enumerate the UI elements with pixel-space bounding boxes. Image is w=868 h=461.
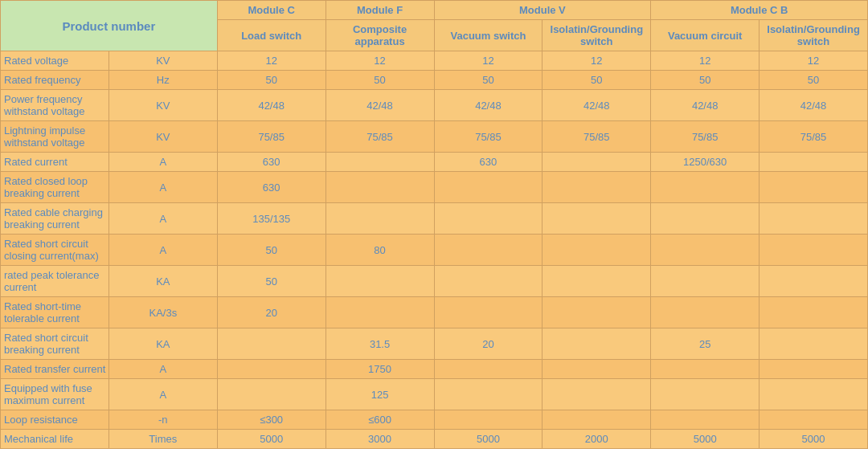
vacuum-switch-sub: Vacuum switch bbox=[434, 20, 542, 51]
modc-value: 20 bbox=[217, 297, 326, 328]
load-switch-sub: Load switch bbox=[217, 20, 326, 51]
modcb_v-value bbox=[651, 410, 760, 430]
modcb_v-value bbox=[651, 360, 760, 379]
modcb_i-value bbox=[760, 203, 868, 235]
table-row: Rated short-time tolerable currentKA/3s2… bbox=[1, 297, 868, 328]
table-row: Lightning impulse withstand voltageKV75/… bbox=[1, 121, 868, 153]
param-name-cell: Rated current bbox=[1, 153, 109, 172]
module_f-header: Module F bbox=[326, 1, 434, 20]
isolating-grounding-v-sub: Isolatin/Grounding switch bbox=[542, 20, 651, 51]
modv_i-value bbox=[542, 410, 651, 430]
unit-cell: Hz bbox=[108, 71, 217, 90]
modv_v-value bbox=[434, 297, 542, 328]
modv_v-value bbox=[434, 410, 542, 430]
modcb_i-value bbox=[760, 172, 868, 203]
modcb_v-value: 42/48 bbox=[651, 90, 760, 121]
param-name-cell: Lightning impulse withstand voltage bbox=[1, 121, 109, 153]
modf-value: 75/85 bbox=[326, 121, 434, 153]
table-row: Rated closed loop breaking currentA630 bbox=[1, 172, 868, 203]
modcb_i-value: 5000 bbox=[760, 430, 868, 449]
modcb_i-value bbox=[760, 379, 868, 410]
unit-cell: KV bbox=[108, 51, 217, 71]
table-row: Loop resistance-n≤300≤600 bbox=[1, 410, 868, 430]
modv_v-value: 20 bbox=[434, 328, 542, 360]
modv_i-value bbox=[542, 360, 651, 379]
unit-cell: Times bbox=[108, 430, 217, 449]
modv_i-value: 2000 bbox=[542, 430, 651, 449]
modcb_v-value: 12 bbox=[651, 51, 760, 71]
modc-value: ≤300 bbox=[217, 410, 326, 430]
unit-cell: KV bbox=[108, 90, 217, 121]
param-name-cell: Rated short-time tolerable current bbox=[1, 297, 109, 328]
product-number-header: Product number bbox=[1, 1, 218, 51]
modc-value: 75/85 bbox=[217, 121, 326, 153]
modf-value: 1750 bbox=[326, 360, 434, 379]
param-name-cell: Mechanical life bbox=[1, 430, 109, 449]
modc-value bbox=[217, 379, 326, 410]
modf-value: 50 bbox=[326, 71, 434, 90]
modcb_i-value bbox=[760, 153, 868, 172]
modv_i-value: 12 bbox=[542, 51, 651, 71]
module_v-header: Module V bbox=[434, 1, 651, 20]
param-name-cell: Rated short circuit breaking current bbox=[1, 328, 109, 360]
modcb_v-value: 75/85 bbox=[651, 121, 760, 153]
modcb_v-value bbox=[651, 266, 760, 297]
modc-value bbox=[217, 328, 326, 360]
modcb_v-value bbox=[651, 235, 760, 266]
table-row: Rated frequencyHz505050505050 bbox=[1, 71, 868, 90]
module_c-header: Module C bbox=[217, 1, 326, 20]
modcb_i-value bbox=[760, 410, 868, 430]
unit-cell: A bbox=[108, 379, 217, 410]
modv_i-value bbox=[542, 203, 651, 235]
modf-value bbox=[326, 266, 434, 297]
modcb_v-value: 25 bbox=[651, 328, 760, 360]
table-row: Rated short circuit closing current(max)… bbox=[1, 235, 868, 266]
modv_i-value bbox=[542, 266, 651, 297]
modv_i-value: 42/48 bbox=[542, 90, 651, 121]
modc-value: 12 bbox=[217, 51, 326, 71]
table-row: rated peak tolerance currentKA50 bbox=[1, 266, 868, 297]
modcb_v-value bbox=[651, 379, 760, 410]
modv_v-value bbox=[434, 360, 542, 379]
param-name-cell: Rated short circuit closing current(max) bbox=[1, 235, 109, 266]
table-row: Mechanical lifeTimes50003000500020005000… bbox=[1, 430, 868, 449]
unit-cell: A bbox=[108, 203, 217, 235]
main-table-wrapper: Product numberModule CModule FModule VMo… bbox=[0, 0, 868, 449]
module_cb-header: Module C B bbox=[651, 1, 868, 20]
modcb_i-value bbox=[760, 297, 868, 328]
modf-value: 3000 bbox=[326, 430, 434, 449]
modcb_v-value bbox=[651, 203, 760, 235]
modc-value: 50 bbox=[217, 71, 326, 90]
unit-cell: A bbox=[108, 360, 217, 379]
table-row: Rated cable charging breaking currentA13… bbox=[1, 203, 868, 235]
modv_i-value bbox=[542, 328, 651, 360]
modv_i-value bbox=[542, 172, 651, 203]
vacuum-circuit-sub: Vacuum circuit bbox=[651, 20, 760, 51]
modcb_v-value bbox=[651, 172, 760, 203]
modv_v-value: 630 bbox=[434, 153, 542, 172]
modcb_v-value: 50 bbox=[651, 71, 760, 90]
modv_i-value bbox=[542, 153, 651, 172]
modcb_i-value bbox=[760, 235, 868, 266]
composite-apparatus-sub: Composite apparatus bbox=[326, 20, 434, 51]
unit-cell: KV bbox=[108, 121, 217, 153]
modcb_i-value bbox=[760, 360, 868, 379]
modcb_i-value bbox=[760, 328, 868, 360]
modv_v-value: 12 bbox=[434, 51, 542, 71]
modv_v-value: 50 bbox=[434, 71, 542, 90]
modcb_i-value bbox=[760, 266, 868, 297]
modf-value: 31.5 bbox=[326, 328, 434, 360]
modv_v-value: 5000 bbox=[434, 430, 542, 449]
modc-value: 630 bbox=[217, 172, 326, 203]
modf-value bbox=[326, 172, 434, 203]
modc-value: 50 bbox=[217, 235, 326, 266]
modcb_v-value bbox=[651, 297, 760, 328]
modv_i-value: 75/85 bbox=[542, 121, 651, 153]
modcb_i-value: 50 bbox=[760, 71, 868, 90]
unit-cell: A bbox=[108, 172, 217, 203]
specs-table: Product numberModule CModule FModule VMo… bbox=[0, 0, 868, 449]
modv_i-value: 50 bbox=[542, 71, 651, 90]
modc-value: 50 bbox=[217, 266, 326, 297]
param-name-cell: Loop resistance bbox=[1, 410, 109, 430]
unit-cell: A bbox=[108, 235, 217, 266]
